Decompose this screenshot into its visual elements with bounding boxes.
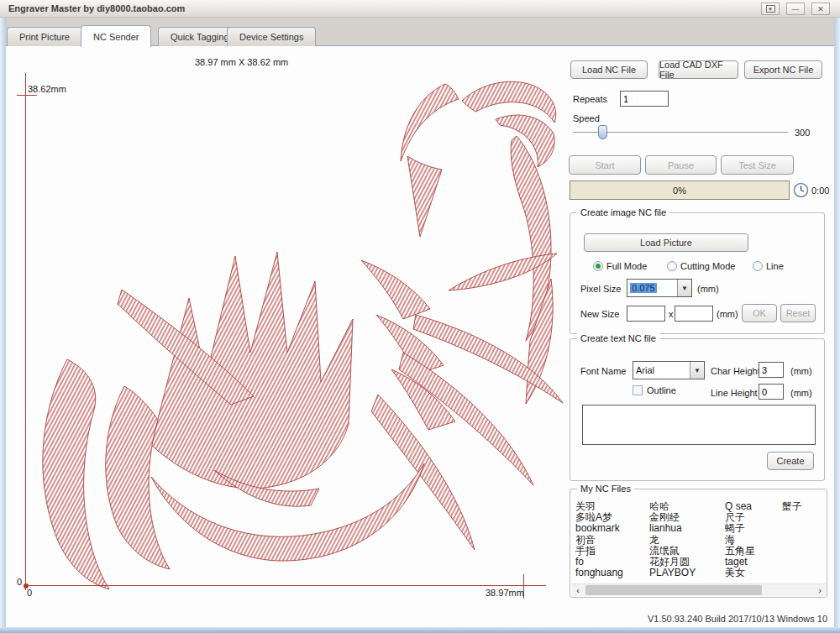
- file-item[interactable]: 龙: [649, 535, 696, 546]
- y-axis-line: [25, 73, 26, 590]
- elapsed-time: 0:00: [811, 186, 829, 196]
- char-height-label: Char Height: [711, 366, 760, 376]
- file-item[interactable]: 蝎子: [725, 523, 755, 534]
- file-list-column: 蟹子: [782, 501, 802, 512]
- tab-print-picture[interactable]: Print Picture: [7, 27, 82, 46]
- chevron-down-icon[interactable]: ▼: [677, 280, 691, 296]
- create-image-nc-title: Create image NC file: [577, 207, 669, 217]
- repeats-input[interactable]: [620, 91, 669, 107]
- speed-value: 300: [795, 128, 810, 138]
- origin-label-left: 0: [17, 577, 22, 587]
- font-name-combo[interactable]: Arial ▼: [633, 361, 705, 379]
- file-item[interactable]: 蟹子: [782, 501, 802, 512]
- file-item[interactable]: lianhua: [649, 523, 696, 534]
- window-border-right: [834, 17, 840, 633]
- shade-window-button[interactable]: ▼: [761, 3, 780, 15]
- radio-line-mode[interactable]: Line: [753, 261, 784, 271]
- my-nc-files-title: My NC Files: [577, 484, 634, 494]
- title-bar: Engraver Master by diy8000.taobao.com ▼ …: [0, 0, 840, 18]
- export-nc-file-button[interactable]: Export NC File: [744, 60, 822, 79]
- outline-checkbox[interactable]: Outline: [633, 385, 676, 395]
- origin-label-bottom: 0: [27, 588, 32, 598]
- progress-bar: 0%: [570, 180, 790, 200]
- origin-point: [24, 583, 29, 589]
- version-status-text: V1.50.93.240 Build 2017/10/13 Windows 10: [648, 614, 827, 624]
- pixel-size-combo[interactable]: 0.075 ▼: [627, 279, 692, 297]
- tab-device-settings[interactable]: Device Settings: [227, 27, 316, 46]
- line-height-input[interactable]: [759, 384, 784, 400]
- file-item[interactable]: PLAYBOY: [649, 568, 696, 578]
- chevron-down-icon[interactable]: ▼: [690, 362, 704, 379]
- radio-cutting-mode[interactable]: Cutting Mode: [667, 261, 735, 271]
- line-height-unit: (mm): [790, 388, 812, 398]
- create-text-nc-title: Create text NC file: [577, 333, 659, 343]
- load-cad-dxf-button[interactable]: Load CAD DXF File: [659, 60, 738, 79]
- radio-circle: [753, 261, 763, 271]
- file-item[interactable]: 美女: [725, 568, 755, 578]
- pause-button[interactable]: Pause: [645, 155, 717, 175]
- font-name-value: Arial: [636, 365, 654, 375]
- window-border-bottom: [0, 627, 840, 633]
- file-list-column: 哈哈 金刚经 lianhua 龙 流氓鼠 花好月圆 PLAYBOY: [649, 501, 696, 578]
- new-width-input[interactable]: [627, 306, 665, 322]
- app-window: Engraver Master by diy8000.taobao.com ▼ …: [0, 0, 840, 633]
- tab-nc-sender[interactable]: NC Sender: [81, 25, 151, 47]
- text-content-input[interactable]: [582, 405, 816, 445]
- scorpion-engraving-preview: [25, 76, 563, 592]
- pixel-size-value: 0.075: [630, 283, 657, 293]
- char-height-unit: (mm): [790, 366, 812, 376]
- file-item[interactable]: 海: [725, 535, 755, 546]
- file-list-scrollbar[interactable]: ‹ ›: [572, 583, 826, 596]
- start-button[interactable]: Start: [569, 155, 641, 175]
- new-size-unit: (mm): [717, 309, 738, 319]
- x-axis-line: [25, 585, 546, 586]
- create-image-nc-group: Create image NC file Load Picture Full M…: [570, 212, 825, 334]
- reset-button[interactable]: Reset: [780, 304, 816, 322]
- size-separator: x: [669, 309, 674, 319]
- window-title: Engraver Master by diy8000.taobao.com: [0, 3, 185, 13]
- tab-strip: Print Picture NC Sender Quick Tagging De…: [6, 25, 834, 46]
- progress-percent: 0%: [673, 186, 686, 196]
- font-name-label: Font Name: [580, 366, 626, 376]
- test-size-button[interactable]: Test Size: [721, 155, 794, 175]
- create-button[interactable]: Create: [767, 452, 814, 470]
- char-height-input[interactable]: [759, 362, 784, 378]
- file-item[interactable]: bookmark: [575, 523, 623, 534]
- window-border-left: [0, 17, 6, 633]
- radio-circle: [667, 261, 677, 271]
- drawing-size-label: 38.97 mm X 38.62 mm: [195, 57, 288, 67]
- load-picture-button[interactable]: Load Picture: [584, 233, 748, 252]
- create-text-nc-group: Create text NC file Font Name Arial ▼ Ch…: [570, 338, 825, 481]
- speed-slider-thumb[interactable]: [598, 125, 607, 139]
- repeats-label: Repeats: [573, 94, 607, 104]
- file-item[interactable]: fonghuang: [575, 568, 623, 578]
- line-height-label: Line Height: [711, 388, 758, 398]
- new-size-label: New Size: [580, 309, 619, 319]
- checkbox-box: [633, 385, 643, 395]
- shade-icon: ▼: [766, 5, 775, 13]
- file-item[interactable]: 初音: [575, 535, 623, 546]
- file-list-column: 关羽 多啦A梦 bookmark 初音 手指 fo fonghuang: [575, 501, 623, 578]
- scroll-right-arrow[interactable]: ›: [814, 584, 826, 596]
- close-button[interactable]: ✕: [811, 3, 830, 15]
- load-nc-file-button[interactable]: Load NC File: [570, 60, 648, 79]
- pixel-size-label: Pixel Size: [580, 284, 621, 294]
- width-dimension-label: 38.97mm: [486, 588, 524, 598]
- radio-circle: [593, 261, 603, 271]
- y-axis-tick: [17, 95, 37, 96]
- minimize-button[interactable]: —: [786, 3, 805, 15]
- radio-full-mode[interactable]: Full Mode: [593, 261, 647, 271]
- my-nc-files-group: My NC Files 关羽 多啦A梦 bookmark 初音 手指 fo fo…: [570, 489, 827, 598]
- minimize-icon: —: [792, 5, 800, 13]
- scrollbar-thumb[interactable]: [585, 585, 762, 595]
- pixel-size-unit: (mm): [697, 284, 719, 294]
- new-height-input[interactable]: [675, 306, 713, 322]
- scroll-left-arrow[interactable]: ‹: [572, 584, 584, 596]
- ok-button[interactable]: OK: [742, 304, 777, 322]
- file-list-column: Q sea 尺子 蝎子 海 五角星 taget 美女: [725, 501, 755, 578]
- height-dimension-label: 38.62mm: [28, 84, 66, 94]
- speed-label: Speed: [573, 113, 600, 123]
- clock-icon: [793, 182, 809, 198]
- close-icon: ✕: [817, 5, 824, 13]
